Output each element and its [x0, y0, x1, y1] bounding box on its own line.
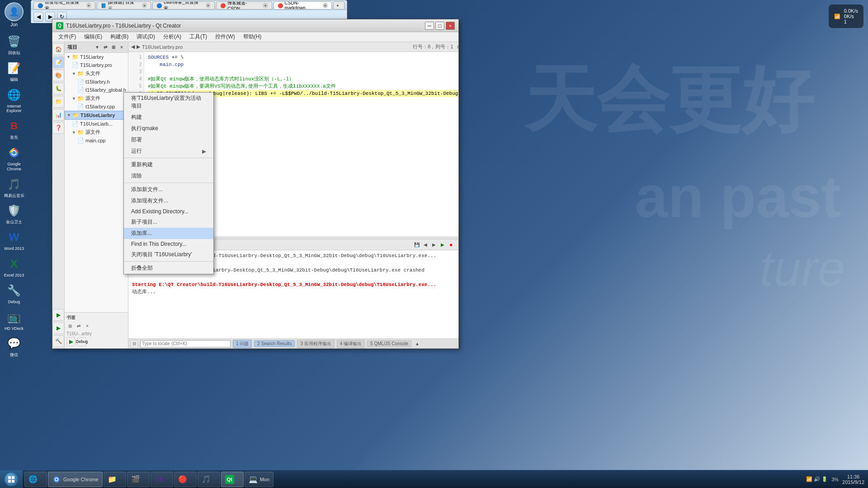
ctx-add-new-file[interactable]: 添加新文件... [124, 184, 213, 195]
tree-item-t15liarbry-pro[interactable]: 📄 T15Liarbry.pro [65, 61, 128, 69]
browser-tab-3[interactable]: 🔴 博客频道-CSDN... × [216, 1, 272, 9]
status-tab-app-output[interactable]: 3 应用程序输出 [297, 340, 334, 348]
tree-item-sources[interactable]: ▼ 📁 源文件 [65, 94, 128, 103]
sidebar-item-music[interactable]: 🎵 网易云音乐 [1, 174, 27, 200]
panel-btn-design[interactable]: 🎨 [52, 70, 64, 81]
bookmark-tool-2[interactable]: ⇄ [75, 322, 82, 329]
status-tab-issues[interactable]: 1 问题 [233, 340, 252, 348]
tree-item-t15liarbry[interactable]: ▼ 📁 T15Liarbry [65, 53, 128, 61]
status-tab-compile[interactable]: 4 编译输出 [337, 340, 365, 348]
panel-tool-options[interactable]: ⊞ [110, 44, 117, 51]
sidebar-item-edit[interactable]: 📝 编辑 [1, 58, 27, 84]
bookmark-tool-1[interactable]: ⊞ [66, 322, 74, 329]
panel-btn-build[interactable]: 🔨 [52, 335, 64, 347]
taskbar-item-music[interactable]: 🎵 [198, 472, 220, 487]
back-button[interactable]: ◀ [33, 12, 43, 22]
sidebar-item-ie[interactable]: 🌐 Internet Explorer [1, 85, 27, 116]
ctx-new-subproject[interactable]: 新子项目... [124, 216, 213, 228]
editor-split[interactable]: ⊞ [455, 43, 458, 51]
menu-analyze[interactable]: 分析(A) [160, 32, 185, 42]
menu-widgets[interactable]: 控件(W) [212, 32, 238, 42]
menu-build[interactable]: 构建(B) [107, 32, 132, 42]
maximize-button[interactable]: □ [435, 22, 444, 30]
sidebar-item-recycle[interactable]: 🗑️ 回收站 [1, 32, 27, 57]
panel-btn-edit[interactable]: 📝 [52, 56, 64, 68]
sidebar-item-b[interactable]: B 首先 [1, 116, 27, 142]
sidebar-item-hdvdeck[interactable]: 📺 HD VDeck [1, 307, 27, 333]
status-tab-qml[interactable]: 5 QML/JS Console [367, 340, 411, 347]
ctx-rebuild[interactable]: 重新构建 [124, 159, 213, 170]
tab-close-1[interactable]: × [142, 3, 147, 8]
menu-file[interactable]: 文件(F) [55, 32, 80, 42]
panel-tool-close[interactable]: × [118, 44, 125, 51]
ctx-collapse-all[interactable]: 折叠全部 [124, 263, 213, 274]
tree-item-maincpp[interactable]: 📄 main.cpp [65, 136, 128, 145]
sidebar-item-debug[interactable]: 🔧 Debug [1, 281, 27, 306]
sidebar-item-chrome[interactable]: Google Chrome [1, 143, 27, 174]
qt-titlebar[interactable]: Q T16UseLiarbry.pro - T16UseLiarbry - Qt… [52, 19, 458, 32]
taskbar-item-vs[interactable]: VS [151, 472, 173, 487]
taskbar-item-chrome[interactable]: Google Chrome [48, 472, 103, 487]
ctx-run[interactable]: 运行 ▶ [124, 145, 213, 157]
browser-tab-0[interactable]: 🔵 百度论坛_百度搜索... × [33, 1, 95, 9]
tree-item-t16sources[interactable]: ▼ 📁 源文件 [65, 128, 128, 136]
panel-tool-sync[interactable]: ⇄ [102, 44, 109, 51]
tab-close-4[interactable]: × [323, 3, 328, 8]
debug-run-btn[interactable]: ▶ [66, 337, 75, 346]
output-tool-1[interactable]: 💾 [413, 241, 420, 249]
panel-tool-filter[interactable]: ▼ [94, 44, 101, 51]
status-search[interactable] [140, 340, 231, 347]
sidebar-item-shield[interactable]: 🛡️ 金山卫士 [1, 201, 27, 226]
tab-close-3[interactable]: × [263, 3, 268, 8]
user-avatar-area[interactable]: 👤 Jon [0, 0, 28, 29]
panel-btn-welcome[interactable]: 🏠 [52, 43, 64, 55]
browser-tab-4[interactable]: 🔴 CSDN-markdown... × [274, 1, 332, 9]
taskbar-item-media[interactable]: 🎬 [127, 472, 150, 487]
output-stop[interactable]: ■ [448, 241, 455, 249]
output-tool-2[interactable]: ◀ [422, 241, 429, 249]
output-run[interactable]: ▶ [439, 241, 446, 249]
new-tab-btn[interactable]: + [333, 1, 344, 9]
ctx-add-existing-dir[interactable]: Add Existing Directory... [124, 206, 213, 216]
panel-btn-run[interactable]: ▶ [52, 309, 64, 321]
menu-help[interactable]: 帮助(H) [240, 32, 265, 42]
panel-btn-analyze[interactable]: 📊 [52, 109, 64, 121]
statusbar-more[interactable]: ▲ [414, 340, 421, 347]
ctx-set-active[interactable]: 将'T16UseLiarbry'设置为活动项目 [124, 93, 213, 112]
ctx-qmake[interactable]: 执行qmake [124, 123, 213, 134]
ctx-build[interactable]: 构建 [124, 112, 213, 123]
menu-edit[interactable]: 编辑(E) [80, 32, 106, 42]
sidebar-item-excel[interactable]: X Excel 2013 [1, 254, 27, 280]
taskbar-item-files[interactable]: 📁 [104, 472, 126, 487]
statusbar-icon[interactable]: ⊟ [131, 340, 138, 347]
tab-close-2[interactable]: × [206, 3, 211, 8]
menu-tools[interactable]: 工具(T) [186, 32, 211, 42]
tree-item-t15h[interactable]: 📄 t15liarbry.h [65, 78, 128, 86]
tab-close-0[interactable]: × [86, 3, 91, 8]
tree-item-headers[interactable]: ▼ 📁 头文件 [65, 69, 128, 78]
status-tab-search[interactable]: 2 Search Results [254, 340, 295, 347]
taskbar-item-netease[interactable]: 🔴 [174, 472, 197, 487]
start-button[interactable] [0, 470, 23, 488]
panel-btn-help[interactable]: ❓ [52, 122, 64, 134]
ctx-find-dir[interactable]: Find in This Directory... [124, 239, 213, 249]
taskbar-clock[interactable]: 11:36 2015/9/12 [842, 474, 864, 485]
ctx-deploy[interactable]: 部署 [124, 134, 213, 145]
minimize-button[interactable]: ─ [425, 22, 434, 30]
panel-btn-debug[interactable]: 🐛 [52, 83, 64, 94]
sidebar-item-wechat[interactable]: 💬 微信 [1, 333, 27, 359]
browser-tab-1[interactable]: 📘 [新搜题] 百度云... × [97, 1, 151, 9]
ctx-add-existing-file[interactable]: 添加现有文件... [124, 195, 213, 206]
output-tool-3[interactable]: ▶ [430, 241, 438, 249]
panel-btn-debug-run[interactable]: ▶ [52, 322, 64, 334]
browser-tab-2[interactable]: 🔵 csdn博客_百度搜索... × [152, 1, 215, 9]
tree-item-t15global[interactable]: 📄 t15liarbry_global.h [65, 86, 128, 94]
close-button[interactable]: × [446, 22, 455, 30]
bookmark-tool-close[interactable]: × [84, 322, 91, 329]
sidebar-item-word[interactable]: W Word 2013 [1, 227, 27, 253]
tree-item-t15cpp[interactable]: 📄 t15liarbry.cpp [65, 103, 128, 111]
locate-input[interactable] [140, 340, 231, 347]
tree-item-t16pro[interactable]: 📄 T16UseLiarb... [65, 120, 128, 128]
taskbar-item-mon[interactable]: 💻 Mon [245, 472, 274, 487]
taskbar-item-ie[interactable]: 🌐 [24, 472, 47, 487]
